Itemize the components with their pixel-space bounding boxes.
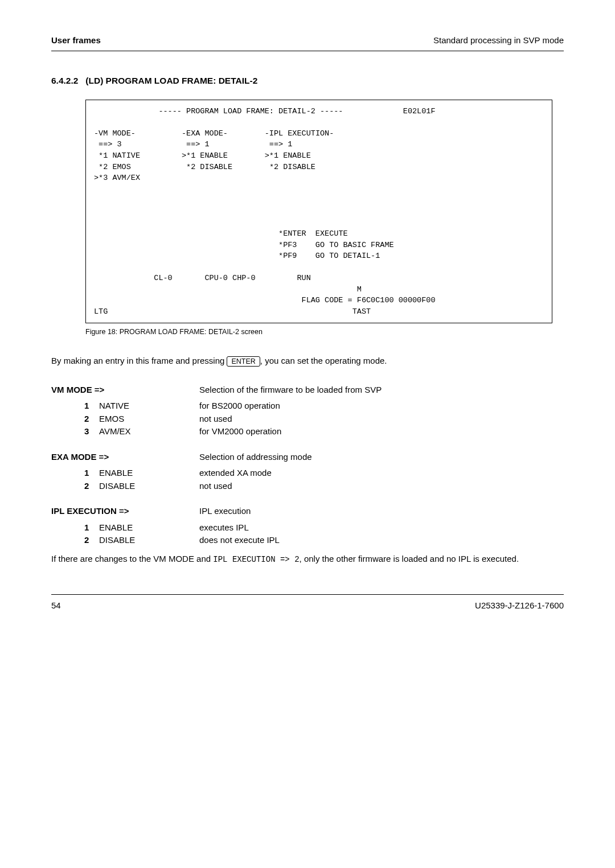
exa-mode-item-1: 1 ENABLE extended XA mode — [84, 467, 564, 480]
ipl-item-1: >*1 ENABLE — [265, 151, 311, 160]
terminal-frame: ----- PROGRAM LOAD FRAME: DETAIL-2 -----… — [85, 100, 552, 324]
item-num: 1 — [84, 521, 99, 534]
ipl-prompt: ==> 1 — [265, 140, 293, 149]
item-label: DISABLE — [99, 480, 199, 493]
item-num: 1 — [84, 400, 99, 413]
exa-prompt: ==> 1 — [182, 140, 210, 149]
ipl-header: -IPL EXECUTION- — [265, 129, 334, 138]
terminal-flag-line: FLAG CODE = F6C0C100 00000F00 — [94, 296, 436, 305]
ipl-exec-item-2: 2 DISABLE does not execute IPL — [84, 534, 564, 547]
item-label: AVM/EX — [99, 425, 199, 438]
vm-item-2: *2 EMOS — [94, 163, 131, 171]
intro-paragraph: By making an entry in this frame and pre… — [51, 355, 564, 368]
vm-header: -VM MODE- — [94, 129, 136, 138]
item-label: ENABLE — [99, 467, 199, 480]
enter-key: ENTER — [227, 356, 260, 367]
item-label: EMOS — [99, 413, 199, 426]
item-label: DISABLE — [99, 534, 199, 547]
item-desc: executes IPL — [199, 521, 564, 534]
item-num: 2 — [84, 480, 99, 493]
closing-pre: If there are changes to the VM MODE and — [51, 554, 213, 563]
vm-item-3: >*3 AVM/EX — [94, 174, 140, 182]
item-label: ENABLE — [99, 521, 199, 534]
ipl-exec-item-1: 1 ENABLE executes IPL — [84, 521, 564, 534]
figure-caption: Figure 18: PROGRAM LOAD FRAME: DETAIL-2 … — [85, 327, 552, 338]
closing-paragraph: If there are changes to the VM MODE and … — [51, 553, 564, 566]
closing-post: , only the other firmware is loaded and … — [300, 554, 519, 563]
exa-mode-row: EXA MODE => Selection of addressing mode — [51, 451, 564, 464]
terminal-ltg-line: LTG TAST — [94, 307, 371, 316]
vm-mode-term: VM MODE => — [51, 384, 199, 397]
item-num: 2 — [84, 413, 99, 426]
header-left: User frames — [51, 34, 101, 47]
ipl-item-2: *2 DISABLE — [265, 163, 315, 171]
exa-mode-desc: Selection of addressing mode — [199, 451, 564, 464]
item-desc: for VM2000 operation — [199, 425, 564, 438]
terminal-title-line: ----- PROGRAM LOAD FRAME: DETAIL-2 -----… — [94, 107, 436, 116]
vm-mode-item-3: 3 AVM/EX for VM2000 operation — [84, 425, 564, 438]
section-number: 6.4.2.2 — [51, 76, 78, 85]
ipl-exec-desc: IPL execution — [199, 505, 564, 518]
ipl-exec-row: IPL EXECUTION => IPL execution — [51, 505, 564, 518]
item-num: 2 — [84, 534, 99, 547]
vm-mode-item-2: 2 EMOS not used — [84, 413, 564, 426]
closing-code: IPL EXECUTION => 2 — [213, 555, 299, 564]
intro-post: , you can set the operating mode. — [260, 356, 387, 365]
ipl-exec-term: IPL EXECUTION => — [51, 505, 199, 518]
item-num: 3 — [84, 425, 99, 438]
pf-enter: *ENTER EXECUTE — [278, 229, 348, 238]
section-title: (LD) PROGRAM LOAD FRAME: DETAIL-2 — [85, 76, 257, 85]
vm-mode-desc: Selection of the firmware to be loaded f… — [199, 384, 564, 397]
exa-mode-item-2: 2 DISABLE not used — [84, 480, 564, 493]
item-desc: not used — [199, 413, 564, 426]
page-header: User frames Standard processing in SVP m… — [51, 34, 564, 51]
item-desc: does not execute IPL — [199, 534, 564, 547]
vm-prompt: ==> 3 — [94, 140, 122, 149]
intro-pre: By making an entry in this frame and pre… — [51, 356, 227, 365]
footer-doc-id: U25339-J-Z126-1-7600 — [475, 599, 564, 612]
footer-page-number: 54 — [51, 599, 61, 612]
terminal-status-m: M — [94, 285, 362, 294]
section-heading: 6.4.2.2 (LD) PROGRAM LOAD FRAME: DETAIL-… — [51, 74, 564, 87]
vm-item-1: *1 NATIVE — [94, 151, 140, 160]
exa-item-1: >*1 ENABLE — [182, 151, 228, 160]
page-footer: 54 U25339-J-Z126-1-7600 — [51, 594, 564, 612]
item-desc: not used — [199, 480, 564, 493]
pf-pf9: *PF9 GO TO DETAIL-1 — [278, 252, 380, 260]
exa-header: -EXA MODE- — [182, 129, 228, 138]
pf-pf3: *PF3 GO TO BASIC FRAME — [278, 241, 394, 249]
terminal-status-line: CL-0 CPU-0 CHP-0 RUN — [94, 274, 311, 282]
header-right: Standard processing in SVP mode — [433, 34, 564, 47]
item-desc: for BS2000 operation — [199, 400, 564, 413]
vm-mode-item-1: 1 NATIVE for BS2000 operation — [84, 400, 564, 413]
item-desc: extended XA mode — [199, 467, 564, 480]
item-label: NATIVE — [99, 400, 199, 413]
vm-mode-row: VM MODE => Selection of the firmware to … — [51, 384, 564, 397]
item-num: 1 — [84, 467, 99, 480]
exa-item-2: *2 DISABLE — [182, 163, 232, 171]
exa-mode-term: EXA MODE => — [51, 451, 199, 464]
